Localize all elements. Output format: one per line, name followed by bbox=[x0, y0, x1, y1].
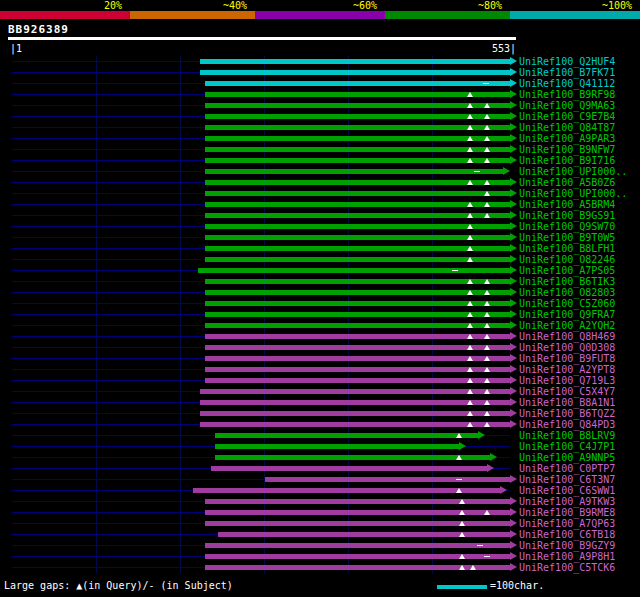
hit-label[interactable]: UniRef100_C9E7B4 bbox=[519, 111, 615, 122]
hit-label[interactable]: UniRef100_C5Z060 bbox=[519, 298, 615, 309]
alignment-row: UniRef100_UPI000.. bbox=[0, 188, 640, 199]
alignment-bar[interactable] bbox=[205, 81, 510, 86]
alignment-row: UniRef100_B9RF98 bbox=[0, 89, 640, 100]
alignment-bar[interactable] bbox=[215, 444, 459, 449]
alignment-bar[interactable] bbox=[205, 103, 510, 108]
hit-label[interactable]: UniRef100_B6TIK3 bbox=[519, 276, 615, 287]
hit-label[interactable]: UniRef100_O82246 bbox=[519, 254, 615, 265]
alignment-bar[interactable] bbox=[200, 400, 510, 405]
hit-label[interactable]: UniRef100_B9T0W5 bbox=[519, 232, 615, 243]
alignment-bar[interactable] bbox=[205, 356, 510, 361]
hit-label[interactable]: UniRef100_C6SWW1 bbox=[519, 485, 615, 496]
hit-label[interactable]: UniRef100_Q84PD3 bbox=[519, 419, 615, 430]
hit-label[interactable]: UniRef100_B8LRV9 bbox=[519, 430, 615, 441]
alignment-bar[interactable] bbox=[205, 224, 510, 229]
alignment-bar[interactable] bbox=[198, 268, 510, 273]
alignment-bar[interactable] bbox=[205, 312, 510, 317]
alignment-bar[interactable] bbox=[200, 422, 510, 427]
hit-label[interactable]: UniRef100_B9GS91 bbox=[519, 210, 615, 221]
hit-label[interactable]: UniRef100_A2YQH2 bbox=[519, 320, 615, 331]
hit-label[interactable]: UniRef100_UPI000.. bbox=[519, 166, 627, 177]
hit-label[interactable]: UniRef100_Q719L3 bbox=[519, 375, 615, 386]
hit-label[interactable]: UniRef100_B9NFW7 bbox=[519, 144, 615, 155]
hit-label[interactable]: UniRef100_C0PTP7 bbox=[519, 463, 615, 474]
alignment-bar[interactable] bbox=[205, 92, 510, 97]
hit-label[interactable]: UniRef100_Q9SW70 bbox=[519, 221, 615, 232]
hit-label[interactable]: UniRef100_A7PS05 bbox=[519, 265, 615, 276]
alignment-bar[interactable] bbox=[200, 411, 510, 416]
alignment-bar[interactable] bbox=[200, 70, 510, 75]
hit-label[interactable]: UniRef100_B9FUT8 bbox=[519, 353, 615, 364]
hit-label[interactable]: UniRef100_B9I716 bbox=[519, 155, 615, 166]
alignment-bar[interactable] bbox=[205, 125, 510, 130]
alignment-bar[interactable] bbox=[205, 235, 510, 240]
hit-label[interactable]: UniRef100_B9RF98 bbox=[519, 89, 615, 100]
alignment-bar[interactable] bbox=[215, 455, 490, 460]
alignment-bar[interactable] bbox=[205, 158, 510, 163]
alignment-bar[interactable] bbox=[205, 169, 503, 174]
scale-segment bbox=[510, 11, 640, 19]
alignment-row: UniRef100_Q719L3 bbox=[0, 375, 640, 386]
alignment-bar[interactable] bbox=[211, 466, 487, 471]
hit-label[interactable]: UniRef100_UPI000.. bbox=[519, 188, 627, 199]
alignment-bar[interactable] bbox=[193, 488, 500, 493]
hit-label[interactable]: UniRef100_B9GZY9 bbox=[519, 540, 615, 551]
query-gap-triangle-icon bbox=[484, 345, 490, 350]
alignment-bar[interactable] bbox=[205, 180, 510, 185]
hit-label[interactable]: UniRef100_A2YPT8 bbox=[519, 364, 615, 375]
hit-label[interactable]: UniRef100_Q0D308 bbox=[519, 342, 615, 353]
hit-label[interactable]: UniRef100_C5X4Y7 bbox=[519, 386, 615, 397]
alignment-bar[interactable] bbox=[205, 543, 510, 548]
alignment-bar[interactable] bbox=[205, 136, 510, 141]
alignment-bar[interactable] bbox=[205, 114, 510, 119]
alignment-bar[interactable] bbox=[205, 147, 510, 152]
alignment-row: UniRef100_A9P8H1 bbox=[0, 551, 640, 562]
hit-label[interactable]: UniRef100_B7FK71 bbox=[519, 67, 615, 78]
alignment-bar[interactable] bbox=[215, 433, 478, 438]
alignment-bar[interactable] bbox=[205, 290, 510, 295]
hit-label[interactable]: UniRef100_B9RME8 bbox=[519, 507, 615, 518]
alignment-row: UniRef100_C5Z060 bbox=[0, 298, 640, 309]
hit-label[interactable]: UniRef100_Q84T87 bbox=[519, 122, 615, 133]
hit-label[interactable]: UniRef100_Q9MA63 bbox=[519, 100, 615, 111]
alignment-bar[interactable] bbox=[205, 334, 510, 339]
alignment-bar[interactable] bbox=[205, 246, 510, 251]
hit-label[interactable]: UniRef100_A9TKW3 bbox=[519, 496, 615, 507]
alignment-bar[interactable] bbox=[218, 532, 510, 537]
hit-label[interactable]: UniRef100_A9P8H1 bbox=[519, 551, 615, 562]
hit-label[interactable]: UniRef100_A7QP63 bbox=[519, 518, 615, 529]
hit-label[interactable]: UniRef100_A5B0Z6 bbox=[519, 177, 615, 188]
hit-label[interactable]: UniRef100_C4J7P1 bbox=[519, 441, 615, 452]
alignment-bar[interactable] bbox=[205, 213, 510, 218]
hit-label[interactable]: UniRef100_O82803 bbox=[519, 287, 615, 298]
alignment-bar[interactable] bbox=[205, 378, 510, 383]
alignment-bar[interactable] bbox=[265, 477, 510, 482]
hit-label[interactable]: UniRef100_B8A1N1 bbox=[519, 397, 615, 408]
hit-label[interactable]: UniRef100_Q41112 bbox=[519, 78, 615, 89]
alignment-bar[interactable] bbox=[200, 59, 510, 64]
hit-label[interactable]: UniRef100_C6TB18 bbox=[519, 529, 615, 540]
subject-gap-dash-icon bbox=[484, 556, 490, 557]
hit-label[interactable]: UniRef100_B6TQZ2 bbox=[519, 408, 615, 419]
alignment-row: UniRef100_Q8H469 bbox=[0, 331, 640, 342]
hit-label[interactable]: UniRef100_A9NNP5 bbox=[519, 452, 615, 463]
alignment-bar[interactable] bbox=[205, 257, 510, 262]
hit-label[interactable]: UniRef100_Q2HUF4 bbox=[519, 56, 615, 67]
hit-label[interactable]: UniRef100_C6T3N7 bbox=[519, 474, 615, 485]
hit-label[interactable]: UniRef100_C5TCK6 bbox=[519, 562, 615, 573]
query-gap-triangle-icon bbox=[484, 213, 490, 218]
hit-label[interactable]: UniRef100_Q9FRA7 bbox=[519, 309, 615, 320]
hit-label[interactable]: UniRef100_A9PAR3 bbox=[519, 133, 615, 144]
alignment-bar[interactable] bbox=[205, 279, 510, 284]
hit-label[interactable]: UniRef100_B8LFH1 bbox=[519, 243, 615, 254]
hit-label[interactable]: UniRef100_Q8H469 bbox=[519, 331, 615, 342]
alignment-bar[interactable] bbox=[205, 367, 510, 372]
alignment-bar[interactable] bbox=[205, 202, 510, 207]
alignment-bar[interactable] bbox=[200, 389, 510, 394]
alignment-bar[interactable] bbox=[205, 345, 510, 350]
hit-label[interactable]: UniRef100_A5BRM4 bbox=[519, 199, 615, 210]
alignment-bar[interactable] bbox=[205, 191, 510, 196]
query-gap-triangle-icon bbox=[467, 213, 473, 218]
alignment-bar[interactable] bbox=[205, 301, 510, 306]
alignment-bar[interactable] bbox=[205, 323, 510, 328]
